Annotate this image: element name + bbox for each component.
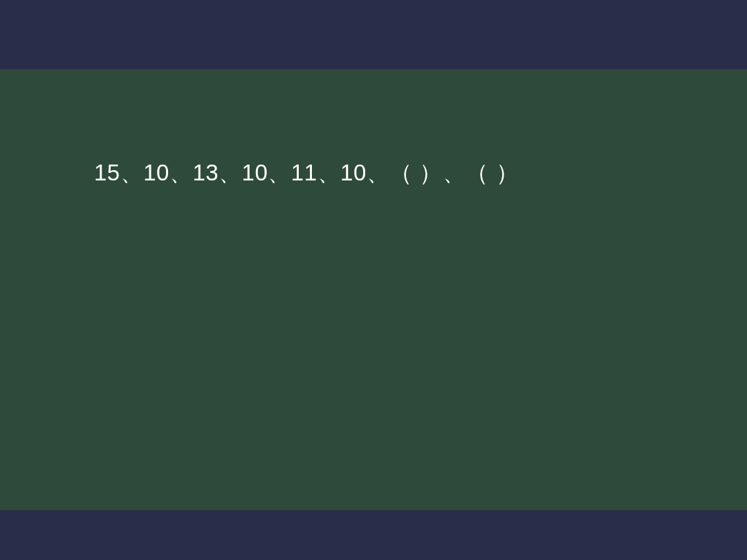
slide-content: 15、10、13、10、11、10、（ ）、（ ） [0, 69, 747, 510]
sequence-text: 15、10、13、10、11、10、（ ）、（ ） [94, 158, 519, 189]
